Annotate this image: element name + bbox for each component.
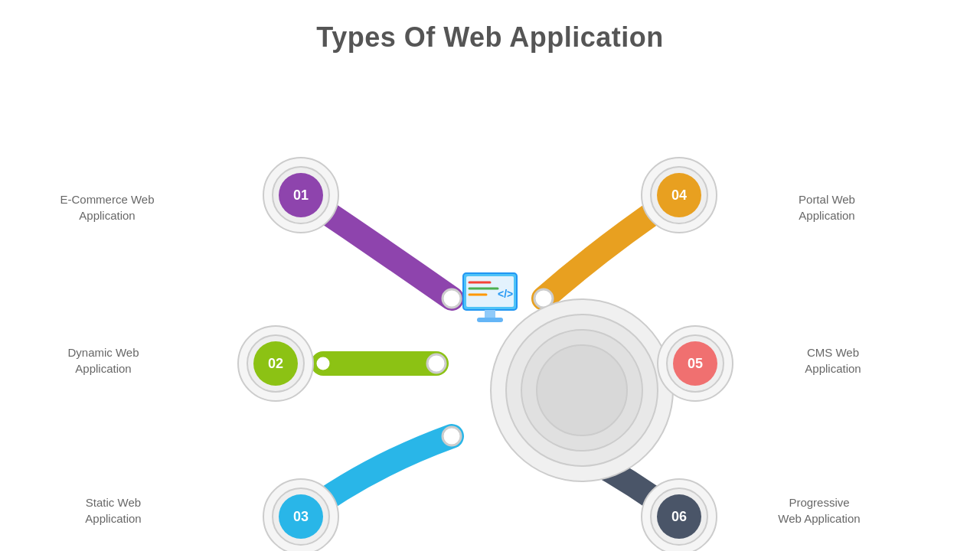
node-01: 01 xyxy=(263,157,339,233)
svg-rect-18 xyxy=(485,310,495,318)
computer-icon: </> xyxy=(456,272,524,325)
node-02-label: Dynamic WebApplication xyxy=(42,344,165,377)
svg-rect-19 xyxy=(477,318,503,322)
diagram: </> 01 E-Commerce Web Application 02 xyxy=(0,61,980,543)
node-05: 05 xyxy=(657,325,733,402)
node-04: 04 xyxy=(641,157,717,233)
node-04-label: Portal WebApplication xyxy=(766,191,888,223)
node-01-circle: 01 xyxy=(279,173,323,217)
node-03-circle: 03 xyxy=(279,494,323,539)
svg-point-2 xyxy=(427,354,446,373)
svg-text:</>: </> xyxy=(498,288,513,300)
node-03-label: Static WebApplication xyxy=(52,494,175,527)
node-05-circle: 05 xyxy=(673,341,717,386)
node-05-label: CMS WebApplication xyxy=(772,344,894,377)
node-02: 02 xyxy=(237,325,314,402)
node-02-circle: 02 xyxy=(253,341,298,386)
node-03: 03 xyxy=(263,478,339,551)
node-06-label: ProgressiveWeb Application xyxy=(758,494,880,527)
svg-point-5 xyxy=(443,427,461,445)
node-01-label: E-Commerce Web Application xyxy=(46,191,168,223)
node-04-circle: 04 xyxy=(657,173,701,217)
page-title: Types Of Web Application xyxy=(0,0,980,54)
node-06: 06 xyxy=(641,478,717,551)
svg-point-3 xyxy=(315,356,331,371)
node-06-circle: 06 xyxy=(657,494,701,539)
hub-ring-4 xyxy=(536,344,628,436)
